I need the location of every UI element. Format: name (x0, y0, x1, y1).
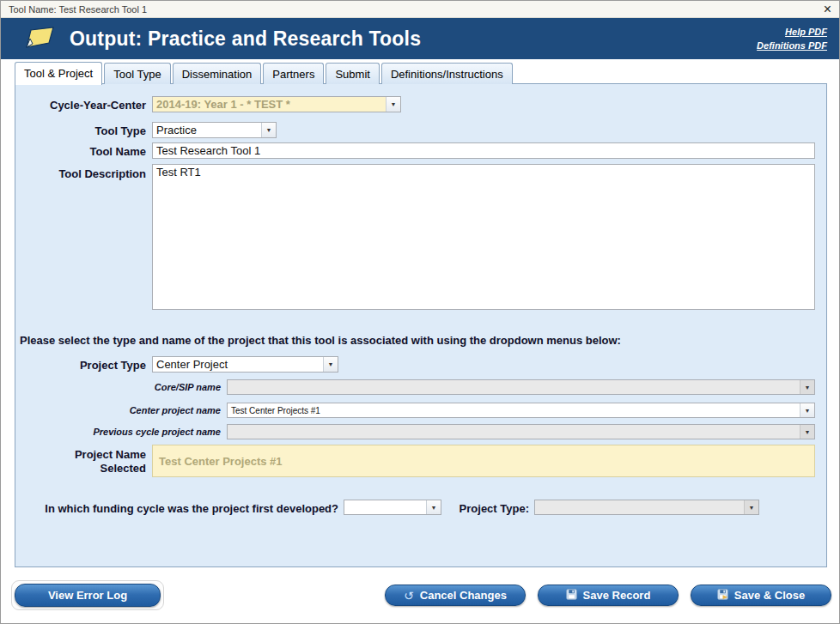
tool-type-value: Practice (153, 123, 261, 137)
chevron-down-icon[interactable]: ▼ (323, 357, 338, 372)
form-panel: Cycle-Year-Center 2014-19: Year 1 - * TE… (15, 83, 827, 567)
previous-cycle-project-name-label: Previous cycle project name (15, 427, 221, 439)
core-sip-name-label: Core/SIP name (15, 382, 221, 394)
cancel-changes-label: Cancel Changes (420, 589, 507, 602)
chevron-down-icon[interactable]: ▼ (744, 500, 758, 514)
page-title: Output: Practice and Research Tools (70, 27, 421, 51)
view-error-log-button[interactable]: View Error Log (15, 584, 161, 607)
project-type-label: Project Type (15, 359, 146, 373)
cycle-year-center-label: Cycle-Year-Center (15, 99, 146, 112)
note-icon (23, 26, 56, 51)
tool-type-select[interactable]: Practice ▼ (152, 122, 277, 138)
window-title: Tool Name: Test Research Tool 1 (9, 4, 147, 15)
project-type-value: Center Project (153, 357, 323, 372)
tool-type-label: Tool Type (15, 124, 146, 138)
save-and-close-button[interactable]: Save & Close (691, 585, 831, 606)
funding-cycle-label: In which funding cycle was the project f… (15, 502, 338, 516)
cancel-changes-button[interactable]: ↺ Cancel Changes (385, 585, 526, 606)
tab-bar: Tool & Project Tool Type Dissemination P… (15, 60, 514, 84)
definitions-pdf-link[interactable]: Definitions PDF (757, 40, 827, 51)
previous-cycle-project-name-value (228, 425, 800, 439)
core-sip-name-value (228, 380, 800, 394)
tool-description-textarea[interactable] (152, 164, 815, 310)
save-record-button[interactable]: Save Record (538, 585, 679, 606)
core-sip-name-select[interactable]: ▼ (227, 379, 815, 395)
undo-icon: ↺ (404, 590, 414, 602)
chevron-down-icon[interactable]: ▼ (261, 123, 276, 137)
tool-name-input[interactable] (152, 142, 815, 159)
tool-name-label: Tool Name (15, 145, 146, 159)
center-project-name-value: Test Center Projects #1 (228, 403, 800, 417)
project-type-selected-value (535, 500, 744, 514)
window-titlebar: Tool Name: Test Research Tool 1 × (1, 1, 839, 18)
tab-definitions-instructions[interactable]: Definitions/Instructions (381, 63, 513, 84)
save-close-icon (717, 589, 728, 603)
funding-cycle-value (344, 500, 426, 514)
chevron-down-icon[interactable]: ▼ (800, 380, 814, 394)
previous-cycle-project-name-select[interactable]: ▼ (227, 424, 815, 439)
app-window: Tool Name: Test Research Tool 1 × Output… (0, 0, 840, 624)
app-header: Output: Practice and Research Tools Help… (1, 18, 839, 59)
project-type-select[interactable]: Center Project ▼ (152, 356, 338, 373)
project-selection-instruction: Please select the type and name of the p… (20, 334, 621, 347)
close-icon[interactable]: × (824, 3, 831, 16)
tab-dissemination[interactable]: Dissemination (173, 63, 262, 84)
header-links: Help PDF Definitions PDF (757, 27, 829, 51)
project-name-selected-value: Test Center Projects #1 (152, 445, 815, 477)
tool-description-label: Tool Description (15, 167, 146, 181)
tab-partners[interactable]: Partners (263, 63, 324, 84)
project-type-selected-label: Project Type: (419, 502, 529, 516)
center-project-name-select[interactable]: Test Center Projects #1 ▼ (227, 403, 815, 418)
project-type-selected-select[interactable]: ▼ (534, 500, 759, 515)
tab-tool-and-project[interactable]: Tool & Project (15, 62, 102, 85)
tab-tool-type[interactable]: Tool Type (104, 63, 170, 84)
cycle-year-center-select[interactable]: 2014-19: Year 1 - * TEST * ▼ (152, 96, 401, 112)
project-name-selected-label: Project Name Selected (15, 448, 146, 476)
chevron-down-icon[interactable]: ▼ (386, 97, 400, 112)
tab-submit[interactable]: Submit (326, 63, 379, 84)
help-pdf-link[interactable]: Help PDF (785, 27, 827, 37)
save-icon (566, 589, 577, 603)
cycle-year-center-value: 2014-19: Year 1 - * TEST * (153, 97, 386, 112)
center-project-name-label: Center project name (15, 405, 221, 417)
view-error-log-label: View Error Log (48, 589, 127, 602)
save-record-label: Save Record (583, 589, 651, 602)
chevron-down-icon[interactable]: ▼ (800, 425, 814, 439)
chevron-down-icon[interactable]: ▼ (800, 403, 814, 417)
save-and-close-label: Save & Close (734, 589, 805, 602)
